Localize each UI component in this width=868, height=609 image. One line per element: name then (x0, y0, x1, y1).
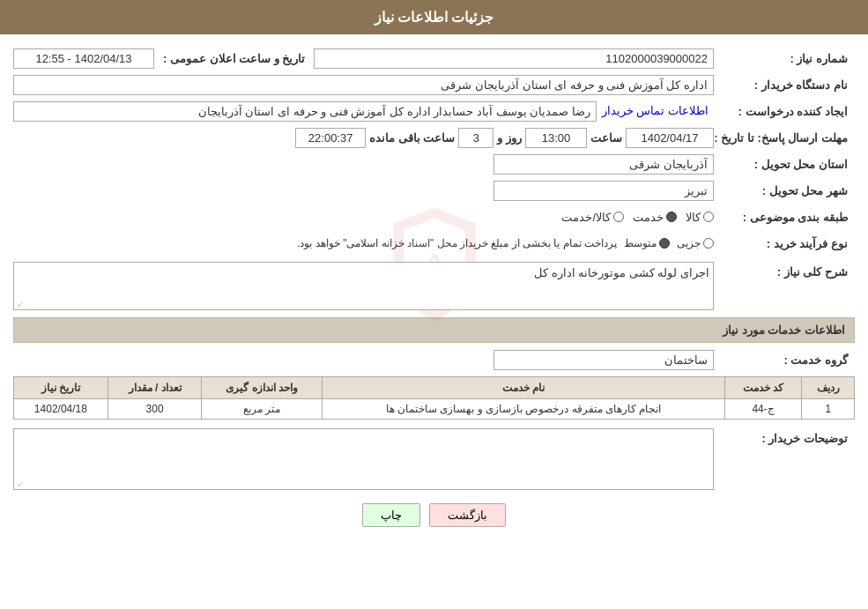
city-row: شهر محل تحویل : تبریز (13, 179, 855, 202)
buyer-label: نام دستگاه خریدار : (714, 78, 855, 92)
buttons-row: بازگشت چاپ (13, 503, 855, 527)
radio-motawaset (659, 238, 670, 249)
radio-khedmat (666, 212, 677, 222)
description-row: شرح کلی نیاز : اجرای لوله کشی موتورخانه … (13, 262, 855, 310)
col-code: کد خدمت (724, 377, 802, 399)
category-row: طبقه بندی موضوعی : کالا خدمت کالا/خدمت (13, 205, 855, 228)
purchase-note: پرداخت تمام یا بخشی از مبلغ خریداز محل "… (297, 237, 617, 249)
radio-kala-label: کالا (686, 211, 701, 224)
purchase-type-label: نوع فرآیند خرید : (714, 237, 855, 250)
deadline-days: 3 (458, 128, 493, 148)
province-value: آذربایجان شرقی (493, 154, 714, 175)
radio-jozi-label: جزیی (677, 237, 701, 249)
service-group-value: ساختمان (493, 350, 714, 370)
category-option-kala[interactable]: کالا (686, 211, 714, 224)
buyer-value: اداره کل آموزش فنی و حرفه ای استان آذربا… (13, 75, 714, 95)
cell-date: 1402/04/18 (14, 399, 108, 420)
description-wrapper: اجرای لوله کشی موتورخانه اداره کل ↙ (13, 262, 714, 310)
page-title: جزئیات اطلاعات نیاز (0, 0, 868, 34)
radio-jozi (703, 238, 714, 249)
col-qty: تعداد / مقدار (108, 377, 202, 399)
category-option-khedmat[interactable]: خدمت (633, 211, 677, 224)
radio-khedmat-label: خدمت (633, 211, 664, 224)
radio-motawaset-label: متوسط (624, 237, 657, 249)
creator-value: رضا صمدیان یوسف آباد حسابدار اداره کل آم… (13, 101, 597, 122)
announce-value: 1402/04/13 - 12:55 (13, 48, 154, 69)
buyer-desc-row: توضیحات خریدار : ↙ (13, 428, 855, 490)
city-label: شهر محل تحویل : (714, 184, 855, 197)
deadline-remaining-label: ساعت باقی مانده (366, 131, 458, 145)
buyer-desc-label: توضیحات خریدار : (714, 428, 855, 445)
purchase-type-row: نوع فرآیند خرید : جزیی متوسط پرداخت تمام… (13, 232, 855, 255)
deadline-time-label: ساعت (587, 131, 626, 145)
deadline-time: 13:00 (525, 128, 587, 148)
announce-label: تاریخ و ساعت اعلان عمومی : (154, 52, 314, 65)
cell-quantity: 300 (108, 399, 202, 420)
deadline-days-label: روز و (493, 131, 525, 145)
category-label: طبقه بندی موضوعی : (714, 211, 855, 224)
purchase-type-options: جزیی متوسط پرداخت تمام یا بخشی از مبلغ خ… (297, 237, 714, 249)
radio-kala-khedmat-label: کالا/خدمت (561, 211, 611, 224)
deadline-date: 1402/04/17 (626, 128, 714, 148)
reference-value: 1102000039000022 (314, 48, 714, 69)
radio-kala (703, 212, 714, 222)
col-row: ردیف (802, 377, 855, 399)
buyer-desc-value (13, 428, 714, 490)
resize-icon-2: ↙ (17, 479, 24, 488)
buyer-desc-wrapper: ↙ (13, 428, 714, 490)
services-table: ردیف کد خدمت نام خدمت واحد اندازه گیری ت… (13, 376, 855, 420)
reference-label: شماره نیاز : (714, 52, 855, 65)
print-button[interactable]: چاپ (362, 503, 420, 527)
category-options: کالا خدمت کالا/خدمت (561, 211, 714, 224)
deadline-remaining: 22:00:37 (295, 128, 366, 148)
back-button[interactable]: بازگشت (429, 503, 506, 527)
description-label: شرح کلی نیاز : (714, 262, 855, 279)
reference-row: شماره نیاز : 1102000039000022 تاریخ و سا… (13, 47, 855, 70)
col-unit: واحد اندازه گیری (202, 377, 323, 399)
creator-label: ایجاد کننده درخواست : (714, 105, 855, 118)
services-section-title: اطلاعات خدمات مورد نیاز (13, 317, 855, 343)
cell-code: ج-44 (724, 399, 802, 420)
col-name: نام خدمت (323, 377, 725, 399)
radio-kala-khedmat (613, 212, 624, 222)
creator-link[interactable]: اطلاعات تماس خریدار (597, 101, 714, 121)
category-option-kala-khedmat[interactable]: کالا/خدمت (561, 211, 624, 224)
city-value: تبریز (493, 181, 714, 201)
description-value: اجرای لوله کشی موتورخانه اداره کل (13, 262, 714, 310)
cell-name: انجام کارهای متفرقه درخصوص بازسازی و بهس… (323, 399, 725, 420)
deadline-label: مهلت ارسال پاسخ: تا تاریخ : (714, 131, 855, 145)
service-group-row: گروه خدمت : ساختمان (13, 348, 855, 371)
cell-row: 1 (802, 399, 855, 420)
cell-unit: متر مربع (202, 399, 323, 420)
col-date: تاریخ نیاز (14, 377, 108, 399)
purchase-jozi[interactable]: جزیی (677, 237, 714, 249)
creator-row: ایجاد کننده درخواست : اطلاعات تماس خریدا… (13, 100, 855, 123)
service-group-label: گروه خدمت : (714, 353, 855, 367)
deadline-row: مهلت ارسال پاسخ: تا تاریخ : 1402/04/17 س… (13, 126, 855, 149)
resize-icon: ↙ (17, 299, 24, 308)
province-row: استان محل تحویل : آذربایجان شرقی (13, 152, 855, 175)
purchase-motawaset[interactable]: متوسط (624, 237, 670, 249)
buyer-row: نام دستگاه خریدار : اداره کل آموزش فنی و… (13, 73, 855, 96)
table-row: 1ج-44انجام کارهای متفرقه درخصوص بازسازی … (14, 399, 855, 420)
province-label: استان محل تحویل : (714, 158, 855, 171)
